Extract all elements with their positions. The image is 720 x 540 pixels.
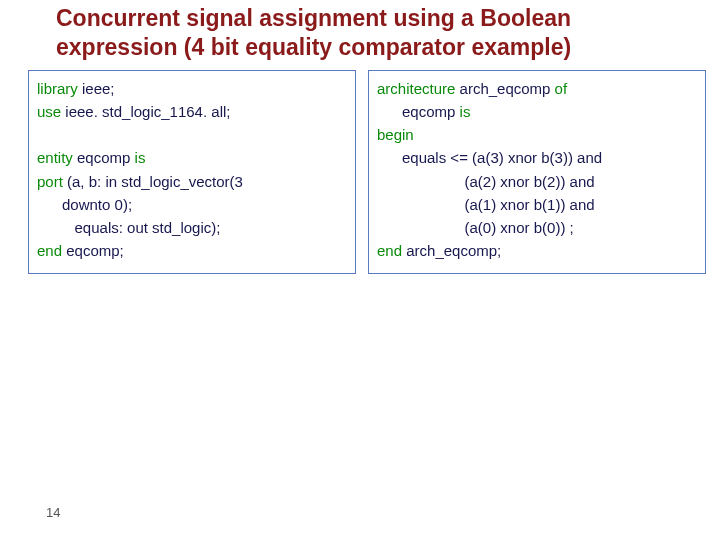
title-line-1: Concurrent signal assignment using a Boo…	[56, 5, 571, 31]
code-line: eqcomp is	[377, 100, 697, 123]
code-line: entity eqcomp is	[37, 146, 347, 169]
code-line: library ieee;	[37, 77, 347, 100]
code-line: architecture arch_eqcomp of	[377, 77, 697, 100]
page-number: 14	[46, 505, 60, 520]
code-line: end arch_eqcomp;	[377, 239, 697, 262]
code-line: use ieee. std_logic_1164. all;	[37, 100, 347, 123]
slide-title: Concurrent signal assignment using a Boo…	[0, 0, 720, 70]
code-line	[37, 123, 347, 146]
code-line: (a(0) xnor b(0)) ;	[377, 216, 697, 239]
code-line: equals: out std_logic);	[37, 216, 347, 239]
code-line: begin	[377, 123, 697, 146]
entity-code-box: library ieee; use ieee. std_logic_1164. …	[28, 70, 356, 274]
code-line: port (a, b: in std_logic_vector(3	[37, 170, 347, 193]
code-line: equals <= (a(3) xnor b(3)) and	[377, 146, 697, 169]
code-line: end eqcomp;	[37, 239, 347, 262]
code-line: downto 0);	[37, 193, 347, 216]
architecture-code-box: architecture arch_eqcomp of eqcomp is be…	[368, 70, 706, 274]
code-line: (a(1) xnor b(1)) and	[377, 193, 697, 216]
title-line-2: expression (4 bit equality comparator ex…	[56, 34, 571, 60]
code-line: (a(2) xnor b(2)) and	[377, 170, 697, 193]
code-panels: library ieee; use ieee. std_logic_1164. …	[0, 70, 720, 274]
